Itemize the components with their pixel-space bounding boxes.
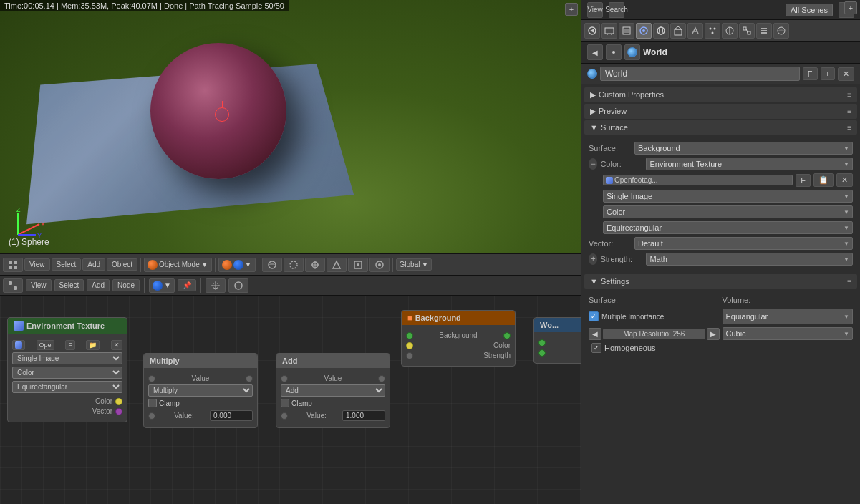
shading-dropdown[interactable]: ▼ (218, 258, 256, 272)
world-sur-socket[interactable] (538, 339, 546, 346)
env-vector-socket[interactable] (115, 408, 122, 415)
search-btn[interactable]: Search (609, 2, 624, 18)
multiply-op-select[interactable]: Multiply (148, 384, 253, 397)
equiangular-dropdown[interactable]: Equiangular ▼ (723, 309, 854, 324)
bg-background-in-socket[interactable] (406, 332, 413, 339)
node-overlay-btn[interactable] (228, 278, 248, 293)
data-btn[interactable] (756, 23, 772, 39)
orientation-dropdown[interactable]: Global ▼ (396, 258, 433, 271)
node-expand-btn[interactable]: + (844, 1, 857, 14)
cubic-dropdown[interactable]: Cubic ▼ (723, 327, 854, 340)
single-image-dropdown[interactable]: Single Image ▼ (603, 190, 853, 203)
world-f-btn[interactable]: F (803, 67, 818, 80)
settings-menu[interactable]: ≡ (847, 278, 851, 286)
particles-btn[interactable] (705, 23, 720, 39)
projection-dropdown[interactable]: Equirectangular ▼ (603, 221, 853, 234)
add-op-select[interactable]: Add (281, 384, 385, 397)
object-menu[interactable]: Object (107, 258, 137, 271)
image-f-btn[interactable]: F (796, 174, 811, 187)
node-select-menu[interactable]: Select (54, 279, 84, 291)
custom-properties-header[interactable]: ▶Custom Properties ≡ (584, 87, 857, 102)
settings-header[interactable]: ▼Settings ≡ (584, 274, 857, 289)
bg-color-in-socket[interactable] (406, 342, 413, 349)
node-type-dropdown[interactable]: ▼ (149, 278, 175, 293)
world-plus-btn[interactable]: + (821, 67, 835, 80)
image-x-btn[interactable]: ✕ (836, 173, 853, 187)
preview-menu[interactable]: ≡ (847, 107, 851, 115)
background-node[interactable]: ■ Background Background Color (401, 310, 516, 367)
xray-btn[interactable] (284, 258, 304, 272)
env-f-btn[interactable]: F (65, 340, 75, 350)
color-channel-dropdown[interactable]: Color ▼ (603, 205, 853, 218)
proportional-btn[interactable] (369, 258, 390, 272)
surface-menu[interactable]: ≡ (847, 124, 851, 132)
constraints-btn[interactable] (739, 23, 755, 39)
material-btn[interactable] (773, 23, 789, 39)
color-minus-btn[interactable]: − (589, 158, 597, 170)
world-name-input[interactable] (600, 67, 800, 81)
bg-strength-in-socket[interactable] (406, 352, 413, 359)
add-value2-socket[interactable] (281, 412, 288, 420)
strength-dropdown[interactable]: Math ▼ (646, 253, 853, 266)
env-mode-select[interactable]: Single Image (12, 352, 122, 364)
node-add-menu[interactable]: Add (87, 279, 110, 291)
env-image-browse[interactable] (12, 340, 25, 350)
env-color-socket[interactable] (115, 398, 122, 405)
multiply-node[interactable]: Multiply Value Multiply Clamp (143, 353, 258, 428)
surface-header[interactable]: ▼Surface ≡ (584, 120, 857, 135)
vector-dropdown[interactable]: Default ▼ (634, 237, 853, 250)
expand-button[interactable]: + (565, 3, 578, 16)
select-menu[interactable]: Select (52, 258, 82, 271)
forward-btn[interactable] (606, 44, 622, 60)
world-x-btn[interactable]: ✕ (838, 67, 854, 81)
map-res-left-btn[interactable]: ◀ (589, 328, 601, 340)
env-texture-node[interactable]: Environment Texture Ope F 📁 ✕ Single Ima… (7, 317, 127, 422)
snap-btn[interactable] (305, 258, 325, 272)
node-pin-btn[interactable]: 📌 (178, 279, 196, 291)
env-channel-select[interactable]: Color (12, 367, 122, 379)
scene-props-btn[interactable] (636, 23, 652, 39)
multiply-value-input[interactable] (210, 410, 253, 421)
output-props-btn[interactable] (601, 23, 617, 39)
transform-btn[interactable] (348, 258, 368, 272)
object-props-btn[interactable] (670, 23, 686, 39)
add-value-input[interactable] (342, 410, 385, 421)
image-copy-btn[interactable]: 📋 (813, 173, 834, 187)
multiply-value-out-socket[interactable] (246, 375, 253, 382)
overlay-btn[interactable] (262, 258, 282, 272)
world-props-btn[interactable] (653, 23, 669, 39)
multiple-importance-checkbox[interactable] (589, 311, 599, 321)
env-img-btn2[interactable]: 📁 (86, 340, 100, 350)
view-menu-btn[interactable]: View (587, 2, 603, 18)
viewport[interactable]: Time:00:05.14 | Mem:35.53M, Peak:40.07M … (0, 0, 581, 254)
gizmo-btn[interactable] (327, 258, 347, 272)
add-clamp-checkbox[interactable] (281, 399, 289, 407)
add-value-out-socket[interactable] (378, 375, 385, 382)
scene-selector[interactable]: All Scenes (786, 4, 833, 16)
env-img-btn3[interactable]: ✕ (111, 340, 122, 350)
multiply-value1-socket[interactable] (148, 375, 155, 382)
preview-header[interactable]: ▶Preview ≡ (584, 104, 857, 119)
node-editor[interactable]: Environment Texture Ope F 📁 ✕ Single Ima… (0, 296, 581, 504)
node-node-menu[interactable]: Node (112, 279, 140, 291)
view-menu[interactable]: View (24, 258, 50, 271)
node-snap-btn[interactable] (206, 278, 226, 293)
world-output-node[interactable]: Wo... Su... Vo... (533, 317, 581, 364)
homogeneous-checkbox[interactable] (591, 343, 601, 353)
map-res-value[interactable]: Map Resolutio: 256 (603, 329, 705, 339)
add-menu[interactable]: Add (82, 258, 105, 271)
bg-background-out-socket[interactable] (503, 332, 511, 339)
env-ope-btn[interactable]: Ope (37, 340, 54, 350)
surface-dropdown[interactable]: Background ▼ (634, 142, 853, 155)
env-projection-select[interactable]: Equirectangular (12, 381, 122, 393)
render-props-btn[interactable] (584, 23, 600, 39)
custom-props-menu[interactable]: ≡ (847, 91, 851, 99)
strength-plus-btn[interactable]: + (589, 253, 597, 265)
viewport-mode-icon[interactable] (3, 258, 23, 272)
multiply-clamp-checkbox[interactable] (148, 399, 157, 407)
back-btn[interactable]: ◀ (587, 44, 603, 60)
node-mode-icon[interactable] (3, 278, 23, 293)
world-vol-socket[interactable] (538, 349, 546, 357)
node-view-menu[interactable]: View (26, 279, 52, 291)
physics-btn[interactable] (722, 23, 738, 39)
